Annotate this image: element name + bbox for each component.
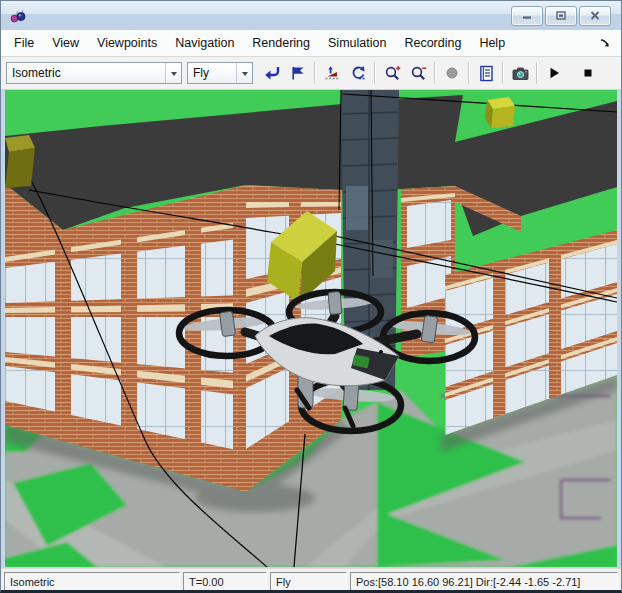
stop-icon	[580, 65, 596, 81]
minimize-button[interactable]	[511, 6, 543, 26]
navigation-select-dropdown[interactable]	[236, 63, 252, 83]
status-camera-pose: Pos:[58.10 16.60 96.21] Dir:[-2.44 -1.65…	[350, 572, 618, 591]
undo-move-button[interactable]	[345, 60, 371, 86]
play-icon	[546, 65, 562, 81]
close-icon	[590, 11, 600, 20]
return-arrow-icon	[264, 65, 281, 81]
menubar-overflow-icon[interactable]	[599, 38, 611, 49]
3d-viewport-canvas[interactable]	[5, 90, 617, 567]
stop-simulation-button[interactable]	[575, 60, 601, 86]
record-button[interactable]	[439, 60, 465, 86]
toolbar: Isometric Fly	[1, 57, 621, 90]
menu-bar: File View Viewpoints Navigation Renderin…	[1, 30, 621, 57]
menu-help[interactable]: Help	[470, 33, 514, 53]
viewport-frame	[1, 90, 621, 568]
status-viewpoint: Isometric	[4, 572, 180, 591]
waypoint-cube-left	[5, 135, 35, 188]
menu-rendering[interactable]: Rendering	[243, 33, 319, 53]
toolbar-separator	[502, 62, 504, 84]
status-navigation: Fly	[270, 572, 347, 591]
record-dot-icon	[444, 65, 460, 81]
editor-button[interactable]	[473, 60, 499, 86]
minimize-icon	[522, 11, 532, 20]
create-viewpoint-button[interactable]	[285, 60, 311, 86]
zoom-in-icon	[384, 65, 401, 82]
menu-simulation[interactable]: Simulation	[319, 33, 395, 53]
toolbar-separator	[374, 62, 376, 84]
menu-file[interactable]: File	[5, 33, 43, 53]
maximize-button[interactable]	[545, 6, 577, 26]
toolbar-separator	[536, 62, 538, 84]
viewpoint-select-dropdown[interactable]	[165, 63, 181, 83]
toolbar-separator	[468, 62, 470, 84]
zoom-out-icon	[410, 65, 427, 82]
menu-navigation[interactable]: Navigation	[166, 33, 243, 53]
viewer-window: File View Viewpoints Navigation Renderin…	[0, 0, 622, 593]
navigation-select-value: Fly	[193, 66, 236, 80]
menu-recording[interactable]: Recording	[395, 33, 470, 53]
maximize-icon	[556, 11, 566, 20]
straighten-up-icon	[324, 65, 341, 81]
waypoint-cube-roof	[485, 97, 515, 128]
title-bar[interactable]	[1, 1, 621, 30]
editor-notes-icon	[477, 65, 495, 82]
navigation-method-select[interactable]: Fly	[187, 62, 253, 84]
return-to-viewpoint-button[interactable]	[259, 60, 285, 86]
app-icon	[9, 8, 27, 24]
zoom-out-button[interactable]	[405, 60, 431, 86]
capture-frame-button[interactable]	[507, 60, 533, 86]
toolbar-separator	[434, 62, 436, 84]
zoom-in-button[interactable]	[379, 60, 405, 86]
start-simulation-button[interactable]	[541, 60, 567, 86]
straighten-up-button[interactable]	[319, 60, 345, 86]
undo-move-icon	[349, 65, 367, 81]
close-button[interactable]	[579, 6, 611, 26]
status-bar: Isometric T=0.00 Fly Pos:[58.10 16.60 96…	[1, 568, 621, 593]
status-time: T=0.00	[183, 572, 267, 591]
menu-view[interactable]: View	[43, 33, 88, 53]
viewpoint-select-value: Isometric	[12, 66, 165, 80]
camera-icon	[511, 65, 530, 82]
viewpoint-select[interactable]: Isometric	[6, 62, 182, 84]
chevron-down-icon	[171, 72, 177, 79]
toolbar-separator	[314, 62, 316, 84]
chevron-down-icon	[242, 72, 248, 79]
flag-icon	[290, 65, 306, 81]
menu-viewpoints[interactable]: Viewpoints	[88, 33, 166, 53]
